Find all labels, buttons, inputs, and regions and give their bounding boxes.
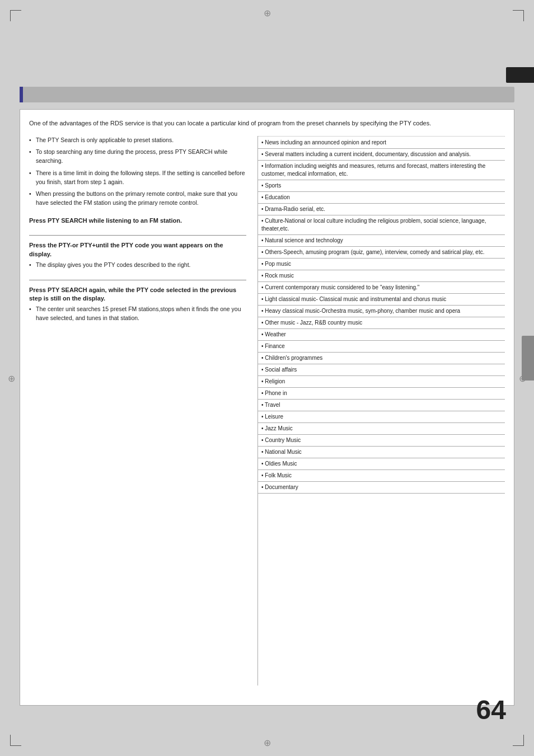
pty-code-cell: • Travel [258,399,505,411]
pty-code-cell: • Sports [258,180,505,191]
pty-code-row: • Documentary [258,481,505,493]
pty-code-row: • Oldies Music [258,458,505,469]
pty-code-cell: • Social affairs [258,364,505,375]
note-item: To stop searching any time during the pr… [29,148,246,166]
step3-block: Press PTY SEARCH again, while the PTY co… [29,286,246,323]
pty-code-cell: • Information including weights and meas… [258,160,505,180]
corner-mark-tr [513,10,524,21]
pty-codes-table: • News including an announced opinion an… [258,136,505,494]
pty-code-cell: • Natural science and technology [258,234,505,246]
pty-code-cell: • Finance [258,340,505,352]
step-divider-1 [29,235,246,236]
pty-code-cell: • Leisure [258,411,505,422]
pty-code-cell: • Other music - Jazz, R&B country music [258,317,505,328]
pty-code-row: • Leisure [258,411,505,422]
note-item: The PTY Search is only applicable to pre… [29,136,246,145]
pty-code-row: • Phone in [258,387,505,399]
pty-code-row: • Several matters including a current in… [258,148,505,160]
black-tab [506,67,534,83]
pty-code-cell: • Others-Speech, amusing program (quiz, … [258,246,505,258]
notes-list: The PTY Search is only applicable to pre… [29,136,246,208]
step2-sub: The display gives you the PTY codes desc… [29,261,246,270]
pty-code-row: • Current contemporary music considered … [258,281,505,293]
pty-code-cell: • Religion [258,375,505,387]
pty-code-row: • Other music - Jazz, R&B country music [258,317,505,328]
page-wrapper: ⊕ ⊕ ⊕ ⊕ One of the advantages of the RDS… [0,0,534,756]
pty-code-cell: • Education [258,191,505,203]
step1-block: Press PTY SEARCH while listening to an F… [29,217,246,225]
corner-mark-bl [10,735,21,746]
pty-code-row: • Children's programmes [258,352,505,364]
pty-code-cell: • Drama-Radio serial, etc. [258,203,505,215]
crosshair-top: ⊕ [264,8,271,18]
pty-code-row: • Heavy classical music-Orchestra music,… [258,305,505,317]
pty-code-cell: • News including an announced opinion an… [258,136,505,148]
pty-code-row: • Information including weights and meas… [258,160,505,180]
content-columns: The PTY Search is only applicable to pre… [29,136,505,685]
pty-code-cell: • Several matters including a current in… [258,148,505,160]
pty-code-row: • News including an announced opinion an… [258,136,505,148]
pty-code-row: • Folk Music [258,469,505,481]
pty-code-cell: • Oldies Music [258,458,505,469]
pty-code-row: • Travel [258,399,505,411]
step2-block: Press the PTY-or PTY+until the PTY code … [29,241,246,270]
pty-code-cell: • Rock music [258,270,505,281]
corner-mark-br [513,735,524,746]
right-sidebar-tab [522,336,534,381]
step-divider-2 [29,280,246,280]
pty-code-cell: • Light classical music- Classical music… [258,293,505,305]
page-number: 64 [476,694,506,725]
pty-code-row: • Others-Speech, amusing program (quiz, … [258,246,505,258]
pty-code-row: • Religion [258,375,505,387]
blue-bar [20,87,23,102]
note-item: There is a time limit in doing the follo… [29,169,246,187]
pty-code-cell: • Documentary [258,481,505,493]
main-content-box: One of the advantages of the RDS service… [20,109,514,706]
pty-code-cell: • Pop music [258,258,505,270]
pty-code-row: • Culture-National or local culture incl… [258,215,505,234]
pty-code-cell: • Heavy classical music-Orchestra music,… [258,305,505,317]
right-column: • News including an announced opinion an… [257,136,505,685]
pty-code-row: • Finance [258,340,505,352]
pty-code-row: • Weather [258,328,505,340]
pty-code-cell: • National Music [258,446,505,458]
pty-code-row: • Social affairs [258,364,505,375]
pty-code-row: • Pop music [258,258,505,270]
pty-code-cell: • Current contemporary music considered … [258,281,505,293]
intro-text: One of the advantages of the RDS service… [29,119,505,128]
pty-code-cell: • Weather [258,328,505,340]
left-column: The PTY Search is only applicable to pre… [29,136,257,685]
pty-code-row: • Sports [258,180,505,191]
pty-code-cell: • Children's programmes [258,352,505,364]
pty-code-row: • Country Music [258,434,505,446]
step2-title: Press the PTY-or PTY+until the PTY code … [29,241,246,259]
note-item: When pressing the buttons on the primary… [29,190,246,208]
corner-mark-tl [10,10,21,21]
pty-code-row: • Natural science and technology [258,234,505,246]
step1-title: Press PTY SEARCH while listening to an F… [29,217,246,225]
pty-code-cell: • Country Music [258,434,505,446]
pty-code-row: • Drama-Radio serial, etc. [258,203,505,215]
pty-code-row: • Education [258,191,505,203]
pty-code-row: • Rock music [258,270,505,281]
pty-code-row: • Jazz Music [258,422,505,434]
pty-code-cell: • Jazz Music [258,422,505,434]
pty-code-row: • Light classical music- Classical music… [258,293,505,305]
crosshair-left: ⊕ [8,373,15,383]
step3-sub: The center unit searches 15 preset FM st… [29,305,246,323]
pty-code-cell: • Folk Music [258,469,505,481]
pty-code-cell: • Phone in [258,387,505,399]
pty-code-row: • National Music [258,446,505,458]
pty-code-cell: • Culture-National or local culture incl… [258,215,505,234]
gray-header-band [20,87,514,102]
step3-title: Press PTY SEARCH again, while the PTY co… [29,286,246,303]
crosshair-bottom: ⊕ [264,738,271,748]
